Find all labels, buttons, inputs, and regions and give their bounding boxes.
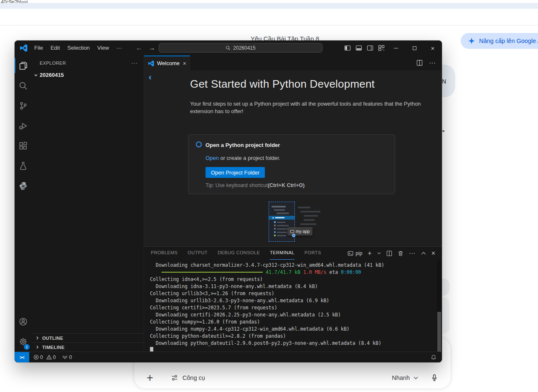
settings-gear-icon[interactable]: 1 bbox=[15, 331, 31, 352]
terminal-icon bbox=[348, 250, 353, 256]
bubble-text: N bbox=[442, 78, 446, 85]
tab-label: Welcome bbox=[157, 60, 180, 66]
mode-selector[interactable]: Nhanh bbox=[392, 374, 418, 381]
menu-file[interactable]: File bbox=[30, 43, 47, 53]
panel-tab-problems[interactable]: PROBLEMS bbox=[151, 247, 178, 260]
step-title: Open a Python project folder bbox=[206, 142, 280, 148]
kill-terminal-trash-icon[interactable] bbox=[398, 250, 404, 256]
python-icon[interactable] bbox=[15, 176, 31, 196]
tab-bar: Welcome × ··· bbox=[144, 56, 442, 70]
panel-tab-ports[interactable]: PORTS bbox=[305, 247, 321, 260]
thumb-tooltip-label: my-app bbox=[296, 229, 310, 234]
folder-tree-item[interactable]: 20260415 bbox=[31, 70, 144, 80]
workbench: 1 EXPLORER ··· 20260415 OUTLINE bbox=[15, 56, 442, 352]
menu-[interactable]: ··· bbox=[113, 43, 126, 53]
scrollbar-thumb[interactable] bbox=[437, 312, 441, 352]
close-panel-icon[interactable]: × bbox=[431, 250, 435, 257]
timeline-label: TIMELINE bbox=[42, 345, 65, 350]
sidebar-title: EXPLORER bbox=[40, 61, 66, 66]
mic-button[interactable] bbox=[431, 374, 438, 382]
open-project-folder-button[interactable]: Open Project Folder bbox=[206, 167, 265, 178]
notifications-bell-icon[interactable] bbox=[431, 354, 436, 360]
forward-arrow-icon[interactable]: → bbox=[149, 44, 155, 52]
maximize-panel-icon[interactable] bbox=[421, 251, 426, 255]
terminal-scrollbar[interactable] bbox=[437, 260, 442, 351]
open-link[interactable]: Open bbox=[206, 155, 219, 161]
back-arrow-icon[interactable]: ← bbox=[136, 44, 142, 52]
settings-badge: 1 bbox=[24, 344, 30, 350]
outline-section[interactable]: OUTLINE bbox=[31, 333, 144, 342]
terminal-line: Downloading numpy-2.4.4-cp312-cp312-win_… bbox=[150, 326, 436, 333]
extensions-icon[interactable] bbox=[15, 136, 31, 156]
panel-tabs: PROBLEMSOUTPUTDEBUG CONSOLETERMINALPORTS bbox=[151, 247, 321, 260]
panel-tab-terminal[interactable]: TERMINAL bbox=[270, 247, 294, 260]
search-value: 20260415 bbox=[233, 45, 255, 51]
problems-status[interactable]: 0 0 bbox=[33, 354, 56, 360]
walkthrough-media-thumbnail[interactable]: my-app bbox=[269, 202, 320, 243]
account-icon[interactable] bbox=[15, 311, 31, 331]
back-chevron-icon[interactable]: ‹ bbox=[149, 72, 152, 82]
menubar: FileEditSelectionView··· bbox=[30, 43, 126, 53]
vscode-logo-icon bbox=[148, 61, 154, 66]
split-terminal-icon[interactable] bbox=[386, 250, 392, 256]
folder-name: 20260415 bbox=[40, 72, 64, 78]
explorer-icon[interactable] bbox=[15, 56, 31, 76]
status-bar: >< 0 0 0 bbox=[15, 352, 442, 362]
toggle-secondary-sidebar-icon[interactable] bbox=[364, 40, 376, 56]
terminal-line: Downloading python_dateutil-2.9.0.post0-… bbox=[150, 340, 436, 347]
editor-group: Welcome × ··· ‹ Get Started with Python … bbox=[144, 56, 442, 246]
tools-button[interactable]: Công cụ bbox=[171, 374, 205, 382]
editor-column: Welcome × ··· ‹ Get Started with Python … bbox=[144, 56, 442, 352]
more-actions-icon[interactable]: ··· bbox=[409, 250, 416, 257]
history-nav: ← → bbox=[136, 40, 155, 56]
tab-welcome[interactable]: Welcome × bbox=[144, 56, 190, 70]
active-terminal-button[interactable]: pip bbox=[348, 250, 362, 256]
walkthrough-step-card: Open a Python project folder Open or cre… bbox=[188, 134, 395, 194]
panel-tab-debug-console[interactable]: DEBUG CONSOLE bbox=[218, 247, 260, 260]
toggle-panel-icon[interactable] bbox=[353, 40, 364, 56]
menu-view[interactable]: View bbox=[94, 43, 113, 53]
terminal-cursor bbox=[150, 347, 153, 352]
add-attachment-button[interactable]: + bbox=[147, 372, 153, 384]
mic-icon bbox=[431, 374, 438, 382]
command-center-search[interactable]: 20260415 bbox=[159, 43, 322, 53]
search-icon bbox=[226, 46, 231, 51]
screen: 40c9e?hl=vi Yêu Cầu Bài Tập Tuần 8 Nâng … bbox=[0, 0, 538, 392]
terminal-line: ━━━━━━━━━━━━━━━━━━━━━━━━━━━━━━━━━━━ 41.7… bbox=[150, 269, 436, 276]
source-control-icon[interactable] bbox=[15, 96, 31, 116]
maximize-button[interactable] bbox=[405, 40, 424, 56]
remote-indicator[interactable]: >< bbox=[15, 352, 29, 362]
menu-edit[interactable]: Edit bbox=[47, 43, 63, 53]
folder-icon bbox=[290, 230, 294, 233]
tip-shortcut: (Ctrl+K Ctrl+O) bbox=[268, 182, 305, 188]
walkthrough-subtitle: Your first steps to set up a Python proj… bbox=[190, 100, 428, 115]
timeline-section[interactable]: TIMELINE bbox=[31, 342, 144, 352]
ports-status[interactable]: 0 bbox=[62, 354, 72, 360]
menu-selection[interactable]: Selection bbox=[63, 43, 93, 53]
search-icon[interactable] bbox=[15, 76, 31, 96]
run-debug-icon[interactable] bbox=[15, 116, 31, 136]
close-tab-icon[interactable]: × bbox=[183, 60, 186, 67]
minimize-button[interactable] bbox=[387, 40, 405, 56]
testing-icon[interactable] bbox=[15, 156, 31, 176]
warning-icon bbox=[46, 354, 52, 360]
step-description: Open or create a project folder. bbox=[206, 155, 280, 161]
more-actions-icon[interactable]: ··· bbox=[429, 59, 436, 67]
panel-tab-output[interactable]: OUTPUT bbox=[188, 247, 208, 260]
close-window-button[interactable]: × bbox=[424, 40, 442, 56]
terminal-line: Collecting urllib3<3,>=1.26 (from reques… bbox=[150, 290, 436, 297]
titlebar[interactable]: FileEditSelectionView··· ← → 20260415 bbox=[15, 40, 442, 56]
upgrade-button[interactable]: Nâng cấp lên Google A bbox=[461, 33, 538, 49]
split-editor-icon[interactable] bbox=[416, 60, 423, 66]
error-count: 0 bbox=[40, 354, 43, 360]
step-radio[interactable] bbox=[196, 142, 202, 147]
tip-text: Tip: Use keyboard shortcut bbox=[206, 182, 268, 188]
terminal-output[interactable]: Downloading charset_normalizer-3.4.7-cp3… bbox=[144, 260, 436, 352]
new-terminal-icon[interactable]: + bbox=[368, 250, 371, 257]
mode-label: Nhanh bbox=[392, 374, 410, 381]
terminal-dropdown-icon[interactable] bbox=[377, 252, 381, 255]
customize-layout-icon[interactable] bbox=[376, 40, 387, 56]
tools-label: Công cụ bbox=[183, 374, 205, 381]
toggle-sidebar-icon[interactable] bbox=[342, 40, 353, 56]
more-actions-icon[interactable]: ··· bbox=[131, 60, 138, 66]
